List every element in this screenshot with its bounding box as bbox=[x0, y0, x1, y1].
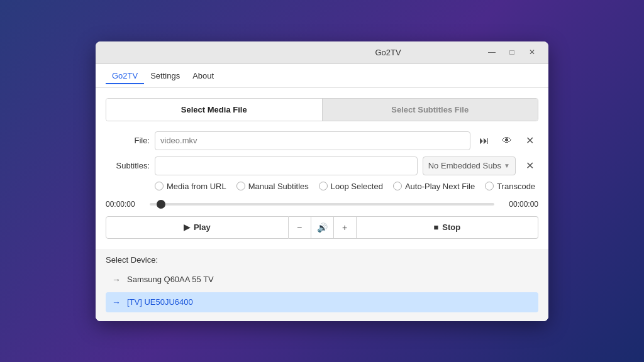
stop-button[interactable]: ■ Stop bbox=[357, 216, 539, 239]
device-item-ue50[interactable]: → [TV] UE50JU6400 bbox=[106, 292, 538, 312]
controls-row: ▶ Play − 🔊 + ■ Stop bbox=[106, 216, 538, 239]
device-section: Select Device: → Samsung Q60AA 55 TV → [… bbox=[96, 249, 548, 321]
tab-row: Select Media File Select Subtitles File bbox=[106, 98, 538, 121]
option-manual-subs[interactable]: Manual Subtitles bbox=[236, 182, 309, 191]
file-label: File: bbox=[106, 136, 150, 145]
radio-loop-selected[interactable] bbox=[319, 182, 328, 190]
option-auto-play[interactable]: Auto-Play Next File bbox=[393, 182, 475, 191]
radio-manual-subs[interactable] bbox=[236, 182, 245, 190]
device-name-samsung: Samsung Q60AA 55 TV bbox=[127, 275, 214, 284]
titlebar: Go2TV — □ ✕ bbox=[96, 41, 548, 64]
progress-track[interactable] bbox=[150, 203, 494, 206]
close-button[interactable]: ✕ bbox=[523, 45, 541, 59]
option-transcode[interactable]: Transcode bbox=[485, 182, 535, 191]
device-name-ue50: [TV] UE50JU6400 bbox=[127, 297, 193, 307]
main-content: Select Media File Select Subtitles File … bbox=[96, 88, 548, 321]
play-button[interactable]: ▶ Play bbox=[106, 216, 289, 239]
subtitles-row: Subtitles: No Embedded Subs ▼ ✕ bbox=[106, 156, 538, 175]
titlebar-controls: — □ ✕ bbox=[483, 45, 541, 59]
skip-icon[interactable]: ⏭ bbox=[475, 132, 493, 150]
options-row: Media from URL Manual Subtitles Loop Sel… bbox=[106, 182, 538, 191]
tab-select-subtitles[interactable]: Select Subtitles File bbox=[323, 99, 538, 121]
volume-up-button[interactable]: + bbox=[334, 216, 357, 239]
option-auto-play-label: Auto-Play Next File bbox=[405, 182, 475, 191]
subs-dropdown-text: No Embedded Subs bbox=[428, 161, 501, 170]
minimize-button[interactable]: — bbox=[483, 45, 501, 59]
subs-dropdown[interactable]: No Embedded Subs ▼ bbox=[423, 156, 516, 175]
option-transcode-label: Transcode bbox=[497, 182, 535, 191]
subtitles-label: Subtitles: bbox=[106, 161, 150, 170]
file-input[interactable] bbox=[155, 131, 470, 150]
option-loop-selected[interactable]: Loop Selected bbox=[319, 182, 383, 191]
menubar: Go2TV Settings About bbox=[96, 64, 548, 88]
progress-row: 00:00:00 00:00:00 bbox=[106, 200, 538, 209]
maximize-button[interactable]: □ bbox=[503, 45, 521, 59]
file-clear-icon[interactable]: ✕ bbox=[521, 132, 538, 150]
option-media-url[interactable]: Media from URL bbox=[155, 182, 226, 191]
chevron-down-icon: ▼ bbox=[504, 162, 510, 169]
menu-item-about[interactable]: About bbox=[186, 67, 220, 84]
device-item-samsung[interactable]: → Samsung Q60AA 55 TV bbox=[106, 270, 538, 290]
progress-thumb[interactable] bbox=[157, 200, 165, 209]
time-start: 00:00:00 bbox=[106, 200, 143, 209]
radio-auto-play[interactable] bbox=[393, 182, 402, 190]
arrow-icon-ue50: → bbox=[112, 297, 121, 307]
file-row: File: ⏭ 👁 ✕ bbox=[106, 131, 538, 150]
subs-clear-icon[interactable]: ✕ bbox=[521, 157, 538, 175]
option-loop-selected-label: Loop Selected bbox=[331, 182, 383, 191]
radio-media-url[interactable] bbox=[155, 182, 164, 190]
time-end: 00:00:00 bbox=[501, 200, 538, 209]
play-icon: ▶ bbox=[184, 222, 190, 232]
option-media-url-label: Media from URL bbox=[167, 182, 226, 191]
volume-icon[interactable]: 🔊 bbox=[311, 216, 334, 239]
radio-transcode[interactable] bbox=[485, 182, 494, 190]
volume-down-button[interactable]: − bbox=[289, 216, 311, 239]
tab-select-media[interactable]: Select Media File bbox=[106, 99, 322, 121]
play-label: Play bbox=[194, 222, 211, 232]
stop-icon: ■ bbox=[433, 222, 438, 232]
device-section-label: Select Device: bbox=[106, 255, 538, 265]
subtitles-input[interactable] bbox=[155, 156, 418, 175]
app-window: Go2TV — □ ✕ Go2TV Settings About Select … bbox=[96, 41, 548, 321]
option-manual-subs-label: Manual Subtitles bbox=[248, 182, 309, 191]
menu-item-go2tv[interactable]: Go2TV bbox=[106, 67, 144, 84]
window-title: Go2TV bbox=[293, 48, 483, 57]
menu-item-settings[interactable]: Settings bbox=[144, 67, 186, 84]
stop-label: Stop bbox=[442, 222, 460, 232]
arrow-icon-samsung: → bbox=[112, 275, 121, 285]
eye-icon[interactable]: 👁 bbox=[498, 132, 516, 150]
